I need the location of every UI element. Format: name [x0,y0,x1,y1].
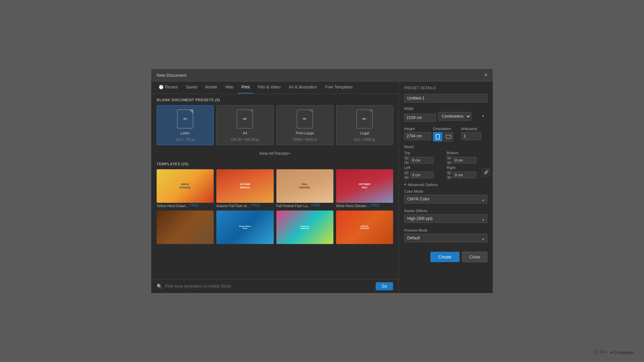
portrait-button[interactable] [433,132,442,141]
landscape-button[interactable] [444,132,453,141]
bleed-bottom-down[interactable]: ▼ [447,161,451,164]
bleed-top-section: Top ▲ ▼ [404,151,445,164]
left-panel: 🕐 Recent Saved Mobile Web Print Film & V… [151,81,399,293]
search-icon: 🔍 [157,284,162,289]
bleed-top-down[interactable]: ▼ [404,161,409,164]
bleed-right-section: Right ▲ ▼ [447,166,487,179]
template-oktoberfest[interactable]: OKTOBERFEST White Retro Oktober... FREE [336,169,393,208]
tab-saved[interactable]: Saved [182,81,201,94]
cc-icon: Ⓒ [594,349,598,355]
bleed-left-up[interactable]: ▲ [404,171,409,174]
template-brown[interactable] [157,210,214,244]
tab-recent[interactable]: 🕐 Recent [155,81,181,94]
template-artful[interactable]: ARTFULDODGER [336,210,393,244]
tab-mobile[interactable]: Mobile [202,81,220,94]
bleed-right-input[interactable] [453,172,476,178]
search-input[interactable] [165,284,373,289]
raster-effects-label: Raster Effects [404,209,487,213]
bleed-link-button[interactable]: 🔗 [482,168,490,176]
tab-film-video[interactable]: Film & Video [255,81,284,94]
bleed-right-spinner: ▲ ▼ [447,171,451,179]
dialog-close-button[interactable]: × [484,72,487,78]
bleed-bottom-spinner: ▲ ▼ [447,156,451,164]
bleed-left-input[interactable] [410,172,434,178]
dialog-body: 🕐 Recent Saved Mobile Web Print Film & V… [151,81,493,293]
watermark: Ⓒ ℹ $ = ● Creatyum [594,349,634,355]
go-button[interactable]: Go [376,282,393,290]
view-all-presets[interactable]: View All Presets+ [157,149,393,158]
templates-grid-2: Event NameHere magazinemagazine [157,210,393,244]
close-button[interactable]: Close [462,252,487,262]
template-fall-festival[interactable]: FALLFESTIVAL Fall Festival Flyer La... F… [276,169,333,208]
bleed-top-input[interactable] [410,157,434,164]
bleed-top-bottom: Top ▲ ▼ Bottom ▲ ▼ [404,151,487,164]
template-autumn-fall[interactable]: AUTUMNSPECIAL Autumn Fall Flyer wi... FR… [216,169,273,208]
preset-a4-icon: ✒ [237,110,253,128]
advanced-options-toggle[interactable]: ▾ Advanced Options [404,182,487,187]
preset-legal[interactable]: ✒ Legal 612 × 1008 pt [336,105,393,145]
artboards-label: Artboards [461,127,487,131]
bleed-bottom-section: Bottom ▲ ▼ [447,151,487,164]
info-icon: ℹ [599,349,601,355]
tab-web[interactable]: Web [222,81,236,94]
preview-mode-select[interactable]: Default [404,234,487,242]
unit-select-wrap: Centimeters [438,112,487,121]
watermark-icons: Ⓒ ℹ $ = [594,349,608,355]
orientation-label: Orientation [433,127,459,131]
bleed-left-down[interactable]: ▼ [404,176,409,179]
create-button[interactable]: Create [430,252,460,262]
tab-free-templates[interactable]: Free Templates [322,81,356,94]
bleed-top-up[interactable]: ▲ [404,156,409,160]
height-input[interactable] [404,132,431,140]
preset-letter[interactable]: ✒ Letter 612 × 792 pt [157,105,214,145]
width-row: Centimeters [404,112,487,123]
preset-legal-icon: ✒ [357,110,373,128]
preset-details-title: PRESET DETAILS [404,86,487,90]
bleed-right-down[interactable]: ▼ [447,176,451,179]
new-document-dialog: New Document × 🕐 Recent Saved Mobile Web [151,69,493,293]
raster-effects-select[interactable]: High (300 ppi) [404,214,487,223]
presets-grid: ✒ Letter 612 × 792 pt ✒ A4 595.28 × 841.… [157,105,393,145]
bleed-bottom-up[interactable]: ▲ [447,156,451,160]
dialog-title: New Document [157,73,186,78]
preview-mode-label: Preview Mode [404,228,487,232]
unit-select[interactable]: Centimeters [438,112,471,121]
dialog-footer: Create Close [404,248,487,262]
search-bar: 🔍 Go [151,279,398,293]
bleed-right-up[interactable]: ▲ [447,171,451,174]
chevron-down-icon: ▾ [404,182,406,187]
dialog-titlebar: New Document × [151,69,493,81]
color-mode-select-wrap: CMYK Color [404,195,487,206]
preset-print-large-icon: ✒ [297,110,313,128]
template-back-school[interactable]: BACKSCHOOL Yellow Hand Drawn... FREE [157,169,214,208]
presets-section-title: BLANK DOCUMENT PRESETS (9) [157,98,393,102]
color-mode-select[interactable]: CMYK Color [404,195,487,203]
clock-icon: 🕐 [159,85,164,89]
tabs-container: 🕐 Recent Saved Mobile Web Print Film & V… [151,81,398,94]
right-panel: PRESET DETAILS Width Centimeters Height [399,81,493,293]
height-section: Height [404,127,431,140]
width-input[interactable] [404,114,436,122]
template-magazine[interactable]: magazinemagazine [276,210,333,244]
preset-letter-icon: ✒ [177,110,193,128]
bleed-bottom-label: Bottom [447,151,487,155]
preset-print-large[interactable]: ✒ Print-Large 19008 × 8640 pt [276,105,333,145]
artboards-section: Artboards [461,127,487,140]
color-mode-label: Color Mode [404,189,487,193]
bleed-bottom-input[interactable] [453,157,476,164]
bleed-left-spinner: ▲ ▼ [404,171,409,179]
templates-grid: BACKSCHOOL Yellow Hand Drawn... FREE AUT… [157,169,393,208]
bleed-left-right: Left ▲ ▼ Right ▲ ▼ [404,166,487,179]
bleed-top-label: Top [404,151,445,155]
template-event[interactable]: Event NameHere [216,210,273,244]
bleed-left-section: Left ▲ ▼ [404,166,445,179]
tab-print[interactable]: Print [238,81,253,94]
brand-logo: ● Creatyum [610,350,634,355]
artboards-input[interactable] [461,132,481,140]
preset-a4[interactable]: ✒ A4 595.28 × 841.89 pt [216,105,273,145]
dollar-icon: $ [602,349,604,355]
document-name-input[interactable] [404,94,487,103]
width-label: Width [404,107,487,111]
tab-art-illustration[interactable]: Art & Illustration [285,81,320,94]
orientation-buttons [433,132,459,141]
